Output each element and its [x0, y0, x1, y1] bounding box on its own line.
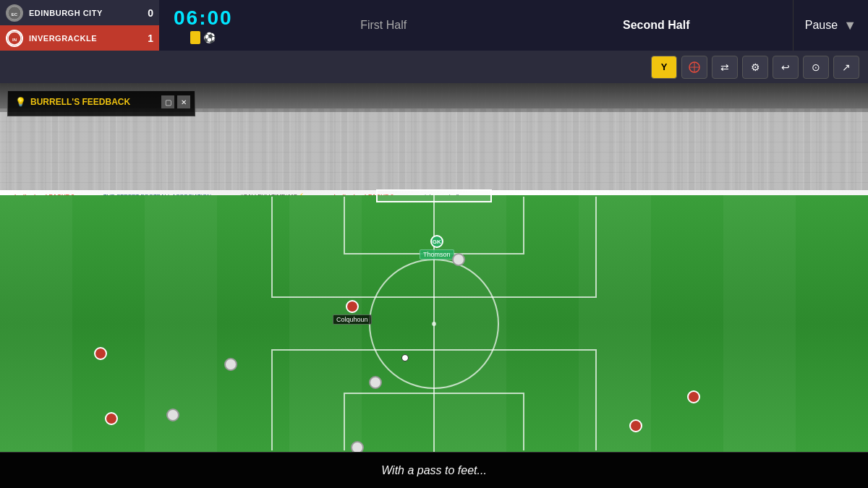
away-team-score: 1 [148, 33, 153, 44]
first-half-label: First Half [247, 19, 520, 32]
top-bar: EC EDINBURGH CITY 0 IN INVERGRACKLE 1 06… [0, 0, 868, 51]
player-p1[interactable] [452, 253, 465, 266]
commentary-text: With a pass to feet... [381, 464, 487, 477]
player-p6[interactable] [369, 376, 382, 389]
player-circle-p2 [94, 347, 107, 360]
yellow-card-icon [190, 31, 200, 44]
feedback-title-text: BURRELL'S FEEDBACK [30, 97, 130, 107]
player-p3[interactable] [224, 358, 237, 371]
pause-button[interactable]: Pause [805, 19, 838, 32]
toolbar-btn-swap[interactable]: ⇄ [712, 56, 738, 79]
player-circle-p6 [369, 376, 382, 389]
away-team-badge: IN [6, 30, 23, 47]
player-circle-p5 [166, 408, 179, 421]
center-spot [432, 322, 436, 326]
team-info: EC EDINBURGH CITY 0 IN INVERGRACKLE 1 [0, 0, 159, 51]
player-circle-p7 [351, 441, 364, 452]
svg-text:EC: EC [12, 12, 18, 17]
home-team-row: EC EDINBURGH CITY 0 [0, 0, 159, 25]
player-circle-p3 [224, 358, 237, 371]
feedback-close-button[interactable]: ✕ [177, 95, 190, 108]
ball-icon: ⚽ [203, 32, 216, 43]
player-circle-p1 [452, 253, 465, 266]
ball [401, 354, 409, 361]
pause-dropdown-icon[interactable]: ▼ [843, 18, 856, 33]
feedback-panel: 💡 BURRELL'S FEEDBACK ▢ ✕ [7, 90, 195, 116]
player-circle-p9 [629, 419, 642, 432]
toolbar-btn-tactics[interactable]: ⚙ [742, 56, 768, 79]
goal-net-top [376, 189, 492, 202]
feedback-icon: 💡 [15, 97, 26, 107]
second-half-label: Second Half [520, 19, 793, 32]
player-label-thomson: Thomson [420, 249, 454, 260]
timer-section: 06:00 ⚽ [159, 0, 247, 51]
toolbar: Y ⇄ ⚙ ↩ ⊙ ↗ [0, 51, 868, 83]
toolbar-btn-rewind[interactable]: ↩ [773, 56, 799, 79]
player-colquhoun[interactable]: Colquhoun [333, 300, 372, 325]
away-team-name: INVERGRACKLE [29, 34, 142, 43]
match-timer: 06:00 [174, 7, 233, 30]
pitch [0, 195, 868, 452]
feedback-controls[interactable]: ▢ ✕ [161, 95, 190, 108]
bottom-commentary-bar: With a pass to feet... [0, 452, 868, 488]
player-label-colquhoun: Colquhoun [333, 314, 372, 325]
player-p8[interactable] [687, 390, 700, 403]
goal-area-bottom [344, 393, 524, 450]
half-section: First Half Second Half [247, 0, 793, 51]
player-p7[interactable] [351, 441, 364, 452]
player-p5[interactable] [166, 408, 179, 421]
player-circle-p4 [105, 412, 118, 425]
player-thomson[interactable]: GKThomson [420, 235, 454, 260]
pause-section[interactable]: Pause ▼ [793, 0, 868, 51]
toolbar-btn-expand[interactable]: ↗ [833, 56, 859, 79]
home-team-score: 0 [148, 7, 153, 19]
player-p9[interactable] [629, 419, 642, 432]
player-p4[interactable] [105, 412, 118, 425]
home-team-name: EDINBURGH CITY [29, 9, 142, 17]
player-circle-thomson: GK [430, 235, 443, 248]
player-circle-colquhoun [346, 300, 359, 313]
toolbar-btn-formation[interactable] [681, 56, 707, 79]
timer-icons: ⚽ [190, 31, 216, 44]
home-team-badge: EC [6, 4, 23, 22]
game-area: Ladbrokes LEAGUE 2 THE STREET FOOTBALL A… [0, 83, 868, 452]
feedback-minimize-button[interactable]: ▢ [161, 95, 174, 108]
svg-text:IN: IN [12, 38, 17, 42]
toolbar-btn-y[interactable]: Y [651, 56, 677, 79]
toolbar-btn-target[interactable]: ⊙ [803, 56, 829, 79]
pitch-markings [0, 195, 868, 452]
away-team-row: IN INVERGRACKLE 1 [0, 25, 159, 51]
player-p2[interactable] [94, 347, 107, 360]
player-circle-p8 [687, 390, 700, 403]
